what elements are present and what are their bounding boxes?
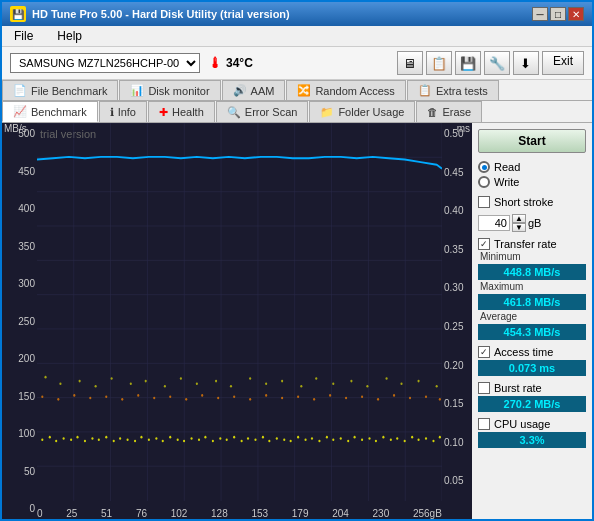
svg-point-71 bbox=[390, 438, 392, 441]
svg-point-111 bbox=[145, 380, 147, 383]
main-content: MB/s ms trial version 500 450 400 350 30… bbox=[2, 123, 592, 519]
svg-point-110 bbox=[130, 382, 132, 385]
temp-value: 34°C bbox=[226, 56, 253, 70]
title-controls: ─ □ ✕ bbox=[532, 7, 584, 21]
tab-benchmark[interactable]: 📈 Benchmark bbox=[2, 101, 98, 122]
svg-point-112 bbox=[164, 385, 166, 388]
spinner-input[interactable] bbox=[478, 215, 510, 231]
chart-y-left: 500 450 400 350 300 250 200 150 100 50 0 bbox=[2, 123, 37, 519]
svg-point-64 bbox=[340, 437, 342, 440]
start-button[interactable]: Start bbox=[478, 129, 586, 153]
svg-point-62 bbox=[326, 436, 328, 439]
svg-point-92 bbox=[249, 398, 251, 401]
tab-info[interactable]: ℹ Info bbox=[99, 101, 147, 122]
stat-cpu-usage-row: CPU usage bbox=[478, 418, 586, 430]
tab-health-label: Health bbox=[172, 106, 204, 118]
tab-erase[interactable]: 🗑 Erase bbox=[416, 101, 482, 122]
svg-point-26 bbox=[70, 438, 72, 441]
short-stroke-checkbox[interactable] bbox=[478, 196, 490, 208]
close-button[interactable]: ✕ bbox=[568, 7, 584, 21]
drive-select[interactable]: SAMSUNG MZ7LN256HCHP-000 (256 gE) bbox=[10, 53, 200, 73]
toolbar-btn-2[interactable]: 📋 bbox=[426, 51, 452, 75]
stat-burst-rate: Burst rate 270.2 MB/s bbox=[478, 382, 586, 412]
tab-health[interactable]: ✚ Health bbox=[148, 101, 215, 122]
stat-transfer-check[interactable]: ✓ bbox=[478, 238, 490, 250]
chart-y-right: 0.50 0.45 0.40 0.35 0.30 0.25 0.20 0.15 … bbox=[442, 123, 472, 519]
tab-folder-usage[interactable]: 📁 Folder Usage bbox=[309, 101, 415, 122]
svg-point-54 bbox=[268, 440, 270, 443]
stat-burst-check[interactable] bbox=[478, 382, 490, 394]
tab-folder-usage-label: Folder Usage bbox=[338, 106, 404, 118]
tab-file-benchmark[interactable]: 📄 File Benchmark bbox=[2, 80, 118, 100]
tab-disk-monitor[interactable]: 📊 Disk monitor bbox=[119, 80, 220, 100]
svg-point-34 bbox=[127, 438, 129, 441]
toolbar-btn-4[interactable]: 🔧 bbox=[484, 51, 510, 75]
svg-point-122 bbox=[332, 382, 334, 385]
toolbar-btn-1[interactable]: 🖥 bbox=[397, 51, 423, 75]
short-stroke-row: Short stroke bbox=[478, 196, 586, 208]
radio-write[interactable]: Write bbox=[478, 176, 586, 188]
stat-transfer-rate: ✓ Transfer rate Minimum 448.8 MB/s Maxim… bbox=[478, 238, 586, 340]
minimize-button[interactable]: ─ bbox=[532, 7, 548, 21]
tab-folder-usage-icon: 📁 bbox=[320, 106, 334, 119]
stat-access-check[interactable]: ✓ bbox=[478, 346, 490, 358]
spinner-down[interactable]: ▼ bbox=[512, 223, 526, 232]
svg-point-126 bbox=[400, 382, 402, 385]
svg-point-97 bbox=[329, 394, 331, 397]
tab-disk-monitor-label: Disk monitor bbox=[148, 85, 209, 97]
short-stroke-label: Short stroke bbox=[494, 196, 553, 208]
tabs-top: 📄 File Benchmark 📊 Disk monitor 🔊 AAM 🔀 … bbox=[2, 80, 592, 101]
tab-aam[interactable]: 🔊 AAM bbox=[222, 80, 286, 100]
toolbar-btn-3[interactable]: 💾 bbox=[455, 51, 481, 75]
spinner-up[interactable]: ▲ bbox=[512, 214, 526, 223]
svg-point-29 bbox=[91, 437, 93, 440]
svg-point-88 bbox=[185, 398, 187, 401]
svg-point-47 bbox=[219, 437, 221, 440]
stat-access-value: 0.073 ms bbox=[478, 360, 586, 376]
stat-minimum-value: 448.8 MB/s bbox=[478, 264, 586, 280]
svg-point-23 bbox=[49, 436, 51, 439]
radio-read[interactable]: Read bbox=[478, 161, 586, 173]
svg-point-69 bbox=[375, 440, 377, 443]
svg-point-79 bbox=[41, 395, 43, 398]
svg-point-51 bbox=[247, 437, 249, 440]
svg-point-25 bbox=[63, 437, 65, 440]
menu-bar: File Help bbox=[2, 26, 592, 47]
exit-button[interactable]: Exit bbox=[542, 51, 584, 75]
svg-point-123 bbox=[350, 380, 352, 383]
stat-burst-value: 270.2 MB/s bbox=[478, 396, 586, 412]
svg-point-91 bbox=[233, 395, 235, 398]
svg-point-57 bbox=[290, 440, 292, 443]
stat-average-label: Average bbox=[478, 311, 586, 322]
svg-point-90 bbox=[217, 397, 219, 400]
stat-cpu-check[interactable] bbox=[478, 418, 490, 430]
stat-cpu-label: CPU usage bbox=[494, 418, 550, 430]
svg-point-117 bbox=[249, 377, 251, 380]
svg-point-70 bbox=[382, 436, 384, 439]
tab-extra-tests[interactable]: 📋 Extra tests bbox=[407, 80, 499, 100]
tab-erase-label: Erase bbox=[442, 106, 471, 118]
thermometer-icon: 🌡 bbox=[208, 55, 222, 71]
menu-file[interactable]: File bbox=[10, 28, 37, 44]
svg-point-60 bbox=[311, 437, 313, 440]
svg-point-63 bbox=[332, 438, 334, 441]
svg-point-65 bbox=[347, 440, 349, 443]
tab-error-scan[interactable]: 🔍 Error Scan bbox=[216, 101, 309, 122]
tab-random-access[interactable]: 🔀 Random Access bbox=[286, 80, 405, 100]
svg-point-30 bbox=[98, 438, 100, 441]
svg-point-45 bbox=[204, 436, 206, 439]
svg-point-67 bbox=[361, 438, 363, 441]
svg-point-84 bbox=[121, 398, 123, 401]
stat-cpu-value: 3.3% bbox=[478, 432, 586, 448]
toolbar-btn-5[interactable]: ⬇ bbox=[513, 51, 539, 75]
svg-point-94 bbox=[281, 397, 283, 400]
svg-point-104 bbox=[439, 398, 441, 401]
stat-access-label: Access time bbox=[494, 346, 553, 358]
menu-help[interactable]: Help bbox=[53, 28, 86, 44]
maximize-button[interactable]: □ bbox=[550, 7, 566, 21]
svg-point-120 bbox=[300, 385, 302, 388]
svg-point-81 bbox=[73, 394, 75, 397]
svg-point-102 bbox=[409, 397, 411, 400]
svg-point-53 bbox=[262, 436, 264, 439]
tab-file-benchmark-label: File Benchmark bbox=[31, 85, 107, 97]
